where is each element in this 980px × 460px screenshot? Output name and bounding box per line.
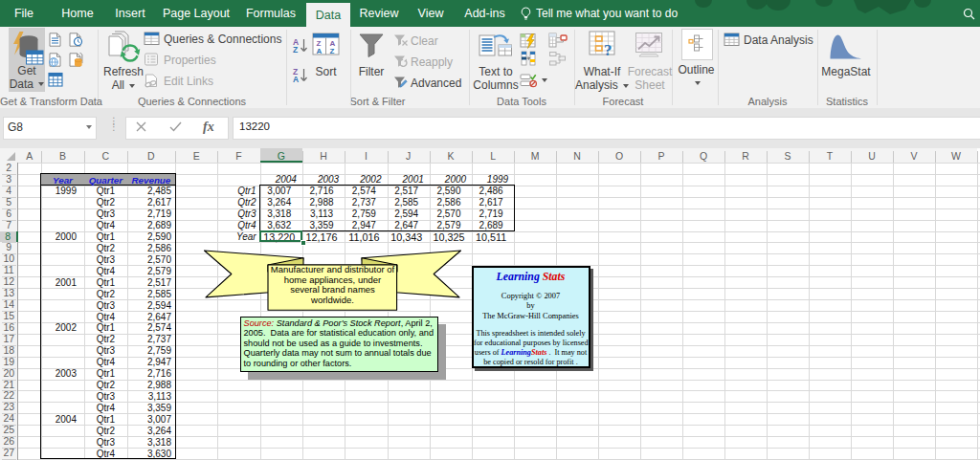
svg-text:Z: Z (293, 45, 298, 54)
svg-text:Z: Z (330, 47, 335, 55)
svg-text:?: ? (604, 41, 612, 59)
svg-text:A: A (293, 75, 299, 83)
svg-text:A: A (317, 47, 323, 55)
